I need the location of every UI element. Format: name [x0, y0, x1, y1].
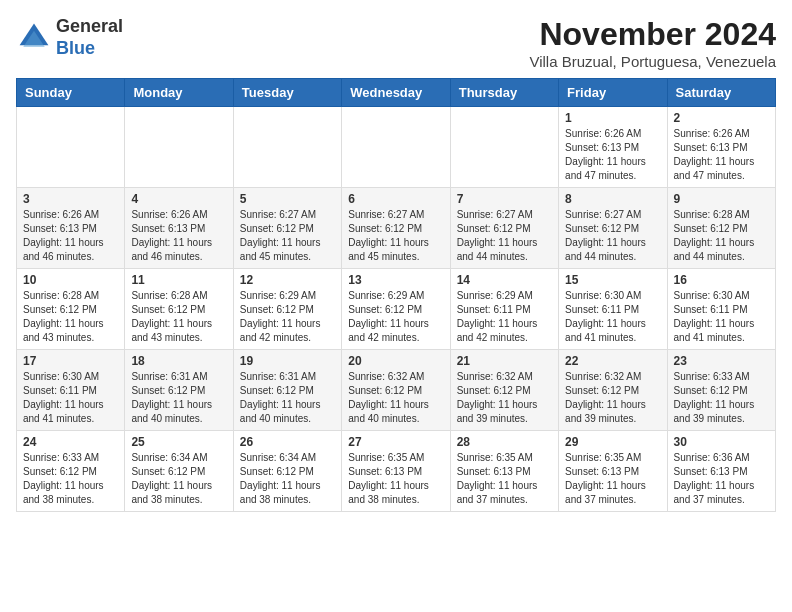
- day-number: 1: [565, 111, 660, 125]
- calendar-cell: 10Sunrise: 6:28 AM Sunset: 6:12 PM Dayli…: [17, 269, 125, 350]
- day-info: Sunrise: 6:27 AM Sunset: 6:12 PM Dayligh…: [348, 208, 443, 264]
- day-info: Sunrise: 6:33 AM Sunset: 6:12 PM Dayligh…: [23, 451, 118, 507]
- calendar-week-2: 10Sunrise: 6:28 AM Sunset: 6:12 PM Dayli…: [17, 269, 776, 350]
- day-number: 17: [23, 354, 118, 368]
- calendar-cell: 1Sunrise: 6:26 AM Sunset: 6:13 PM Daylig…: [559, 107, 667, 188]
- day-number: 5: [240, 192, 335, 206]
- day-number: 15: [565, 273, 660, 287]
- day-info: Sunrise: 6:34 AM Sunset: 6:12 PM Dayligh…: [131, 451, 226, 507]
- calendar-cell: [17, 107, 125, 188]
- day-number: 13: [348, 273, 443, 287]
- weekday-header-tuesday: Tuesday: [233, 79, 341, 107]
- calendar-cell: 17Sunrise: 6:30 AM Sunset: 6:11 PM Dayli…: [17, 350, 125, 431]
- day-info: Sunrise: 6:27 AM Sunset: 6:12 PM Dayligh…: [457, 208, 552, 264]
- weekday-header-wednesday: Wednesday: [342, 79, 450, 107]
- logo-text: General Blue: [56, 16, 123, 59]
- calendar-week-3: 17Sunrise: 6:30 AM Sunset: 6:11 PM Dayli…: [17, 350, 776, 431]
- weekday-header-monday: Monday: [125, 79, 233, 107]
- calendar-cell: 26Sunrise: 6:34 AM Sunset: 6:12 PM Dayli…: [233, 431, 341, 512]
- day-info: Sunrise: 6:33 AM Sunset: 6:12 PM Dayligh…: [674, 370, 769, 426]
- calendar-cell: 15Sunrise: 6:30 AM Sunset: 6:11 PM Dayli…: [559, 269, 667, 350]
- day-info: Sunrise: 6:36 AM Sunset: 6:13 PM Dayligh…: [674, 451, 769, 507]
- day-info: Sunrise: 6:28 AM Sunset: 6:12 PM Dayligh…: [131, 289, 226, 345]
- day-info: Sunrise: 6:26 AM Sunset: 6:13 PM Dayligh…: [23, 208, 118, 264]
- calendar-cell: 5Sunrise: 6:27 AM Sunset: 6:12 PM Daylig…: [233, 188, 341, 269]
- weekday-header-saturday: Saturday: [667, 79, 775, 107]
- day-number: 26: [240, 435, 335, 449]
- day-info: Sunrise: 6:32 AM Sunset: 6:12 PM Dayligh…: [348, 370, 443, 426]
- day-number: 12: [240, 273, 335, 287]
- day-info: Sunrise: 6:35 AM Sunset: 6:13 PM Dayligh…: [348, 451, 443, 507]
- day-info: Sunrise: 6:26 AM Sunset: 6:13 PM Dayligh…: [565, 127, 660, 183]
- day-info: Sunrise: 6:31 AM Sunset: 6:12 PM Dayligh…: [240, 370, 335, 426]
- day-number: 28: [457, 435, 552, 449]
- calendar-week-1: 3Sunrise: 6:26 AM Sunset: 6:13 PM Daylig…: [17, 188, 776, 269]
- calendar-cell: [125, 107, 233, 188]
- day-info: Sunrise: 6:28 AM Sunset: 6:12 PM Dayligh…: [23, 289, 118, 345]
- calendar-cell: 20Sunrise: 6:32 AM Sunset: 6:12 PM Dayli…: [342, 350, 450, 431]
- day-info: Sunrise: 6:30 AM Sunset: 6:11 PM Dayligh…: [23, 370, 118, 426]
- calendar-cell: [342, 107, 450, 188]
- day-info: Sunrise: 6:30 AM Sunset: 6:11 PM Dayligh…: [565, 289, 660, 345]
- logo-icon: [16, 20, 52, 56]
- day-number: 7: [457, 192, 552, 206]
- calendar-cell: 28Sunrise: 6:35 AM Sunset: 6:13 PM Dayli…: [450, 431, 558, 512]
- calendar-cell: 13Sunrise: 6:29 AM Sunset: 6:12 PM Dayli…: [342, 269, 450, 350]
- day-number: 11: [131, 273, 226, 287]
- calendar-cell: 4Sunrise: 6:26 AM Sunset: 6:13 PM Daylig…: [125, 188, 233, 269]
- calendar-cell: 27Sunrise: 6:35 AM Sunset: 6:13 PM Dayli…: [342, 431, 450, 512]
- calendar-body: 1Sunrise: 6:26 AM Sunset: 6:13 PM Daylig…: [17, 107, 776, 512]
- calendar-cell: 24Sunrise: 6:33 AM Sunset: 6:12 PM Dayli…: [17, 431, 125, 512]
- day-info: Sunrise: 6:31 AM Sunset: 6:12 PM Dayligh…: [131, 370, 226, 426]
- day-info: Sunrise: 6:32 AM Sunset: 6:12 PM Dayligh…: [457, 370, 552, 426]
- day-number: 29: [565, 435, 660, 449]
- calendar-table: SundayMondayTuesdayWednesdayThursdayFrid…: [16, 78, 776, 512]
- calendar-cell: 2Sunrise: 6:26 AM Sunset: 6:13 PM Daylig…: [667, 107, 775, 188]
- calendar-cell: 14Sunrise: 6:29 AM Sunset: 6:11 PM Dayli…: [450, 269, 558, 350]
- calendar-cell: 3Sunrise: 6:26 AM Sunset: 6:13 PM Daylig…: [17, 188, 125, 269]
- day-info: Sunrise: 6:29 AM Sunset: 6:12 PM Dayligh…: [348, 289, 443, 345]
- calendar-cell: 16Sunrise: 6:30 AM Sunset: 6:11 PM Dayli…: [667, 269, 775, 350]
- title-block: November 2024 Villa Bruzual, Portuguesa,…: [529, 16, 776, 70]
- day-info: Sunrise: 6:28 AM Sunset: 6:12 PM Dayligh…: [674, 208, 769, 264]
- calendar-cell: [233, 107, 341, 188]
- page-header: General Blue November 2024 Villa Bruzual…: [16, 16, 776, 70]
- weekday-header-friday: Friday: [559, 79, 667, 107]
- day-number: 10: [23, 273, 118, 287]
- day-number: 8: [565, 192, 660, 206]
- calendar-cell: 12Sunrise: 6:29 AM Sunset: 6:12 PM Dayli…: [233, 269, 341, 350]
- day-info: Sunrise: 6:27 AM Sunset: 6:12 PM Dayligh…: [240, 208, 335, 264]
- day-number: 27: [348, 435, 443, 449]
- day-info: Sunrise: 6:26 AM Sunset: 6:13 PM Dayligh…: [131, 208, 226, 264]
- day-number: 19: [240, 354, 335, 368]
- weekday-header-row: SundayMondayTuesdayWednesdayThursdayFrid…: [17, 79, 776, 107]
- calendar-cell: 9Sunrise: 6:28 AM Sunset: 6:12 PM Daylig…: [667, 188, 775, 269]
- day-number: 18: [131, 354, 226, 368]
- calendar-cell: 8Sunrise: 6:27 AM Sunset: 6:12 PM Daylig…: [559, 188, 667, 269]
- day-info: Sunrise: 6:35 AM Sunset: 6:13 PM Dayligh…: [565, 451, 660, 507]
- day-info: Sunrise: 6:34 AM Sunset: 6:12 PM Dayligh…: [240, 451, 335, 507]
- weekday-header-thursday: Thursday: [450, 79, 558, 107]
- calendar-cell: 6Sunrise: 6:27 AM Sunset: 6:12 PM Daylig…: [342, 188, 450, 269]
- day-info: Sunrise: 6:26 AM Sunset: 6:13 PM Dayligh…: [674, 127, 769, 183]
- day-info: Sunrise: 6:30 AM Sunset: 6:11 PM Dayligh…: [674, 289, 769, 345]
- calendar-cell: 30Sunrise: 6:36 AM Sunset: 6:13 PM Dayli…: [667, 431, 775, 512]
- calendar-week-4: 24Sunrise: 6:33 AM Sunset: 6:12 PM Dayli…: [17, 431, 776, 512]
- calendar-week-0: 1Sunrise: 6:26 AM Sunset: 6:13 PM Daylig…: [17, 107, 776, 188]
- day-info: Sunrise: 6:27 AM Sunset: 6:12 PM Dayligh…: [565, 208, 660, 264]
- location-title: Villa Bruzual, Portuguesa, Venezuela: [529, 53, 776, 70]
- calendar-cell: 11Sunrise: 6:28 AM Sunset: 6:12 PM Dayli…: [125, 269, 233, 350]
- day-info: Sunrise: 6:35 AM Sunset: 6:13 PM Dayligh…: [457, 451, 552, 507]
- day-number: 23: [674, 354, 769, 368]
- calendar-cell: 25Sunrise: 6:34 AM Sunset: 6:12 PM Dayli…: [125, 431, 233, 512]
- calendar-cell: 29Sunrise: 6:35 AM Sunset: 6:13 PM Dayli…: [559, 431, 667, 512]
- day-number: 4: [131, 192, 226, 206]
- day-number: 30: [674, 435, 769, 449]
- day-info: Sunrise: 6:29 AM Sunset: 6:12 PM Dayligh…: [240, 289, 335, 345]
- calendar-cell: 18Sunrise: 6:31 AM Sunset: 6:12 PM Dayli…: [125, 350, 233, 431]
- calendar-cell: 22Sunrise: 6:32 AM Sunset: 6:12 PM Dayli…: [559, 350, 667, 431]
- month-title: November 2024: [529, 16, 776, 53]
- calendar-cell: 23Sunrise: 6:33 AM Sunset: 6:12 PM Dayli…: [667, 350, 775, 431]
- day-number: 20: [348, 354, 443, 368]
- day-number: 24: [23, 435, 118, 449]
